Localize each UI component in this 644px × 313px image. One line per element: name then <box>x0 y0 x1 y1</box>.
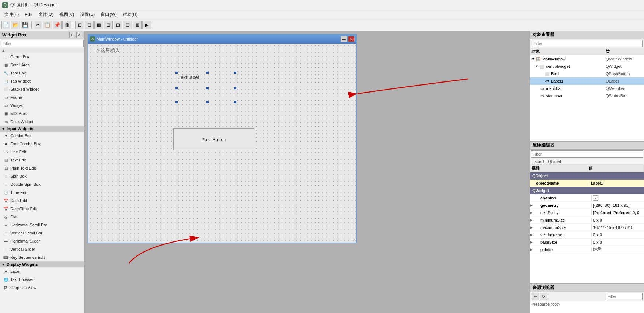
widget-label-doublespinbox: Double Spin Box <box>10 182 41 187</box>
text-label-container[interactable]: TextLabel <box>177 73 201 81</box>
widget-item-vscrollbar[interactable]: ↕ Vertical Scroll Bar <box>0 229 84 237</box>
vscrollbar-icon: ↕ <box>3 230 9 236</box>
handle-ml[interactable] <box>175 87 178 89</box>
widget-item-label[interactable]: A Label <box>0 267 84 275</box>
widget-item-mdiarea[interactable]: ▦ MDI Area <box>0 109 84 118</box>
section-input-widgets[interactable]: ▼ Input Widgets <box>0 126 84 132</box>
window-minimize[interactable]: — <box>341 36 347 42</box>
menu-settings[interactable]: 设置(S) <box>77 11 98 18</box>
prop-row-geometry[interactable]: ▶ geometry [(290, 80), 181 x 91] <box>530 202 644 209</box>
widget-item-textbrowser[interactable]: 🌐 Text Browser <box>0 275 84 284</box>
handle-bm[interactable] <box>206 101 209 103</box>
tree-type-mainwindow: QMainWindow <box>606 57 643 61</box>
widget-box-close[interactable]: ✕ <box>76 32 82 38</box>
toolbar-save[interactable]: 💾 <box>21 21 29 29</box>
widget-item-toolbox[interactable]: 🔧 Tool Box <box>0 69 84 77</box>
menu-edit[interactable]: Edit <box>22 11 35 18</box>
tree-row-statusbar[interactable]: ▭ statusbar QStatusBar <box>530 92 644 100</box>
tree-row-label1[interactable]: 🏷 Label1 QLabel <box>530 77 644 85</box>
handle-bl[interactable] <box>175 101 178 103</box>
prop-row-palette[interactable]: ▶ palette 继承 <box>530 246 644 253</box>
section-input-arrow: ▼ <box>1 127 5 131</box>
prop-row-sizeincrement[interactable]: ▶ sizeIncrement 0 x 0 <box>530 231 644 239</box>
toolbar-preview[interactable]: ▶ <box>142 21 151 29</box>
toolbar-layout4[interactable]: ⊡ <box>104 21 113 29</box>
toolbar-layout5[interactable]: ⊞ <box>114 21 122 29</box>
text-label-widget[interactable]: TextLabel <box>177 73 201 81</box>
prop-row-minimumsize[interactable]: ▶ minimumSize 0 x 0 <box>530 216 644 224</box>
widget-item-plaintextedit[interactable]: ▤ Plain Text Edit <box>0 164 84 172</box>
section-display-widgets[interactable]: ▼ Display Widgets <box>0 261 84 267</box>
widget-item-hscrollbar[interactable]: ↔ Horizontal Scroll Bar <box>0 221 84 229</box>
widget-item-dateedit[interactable]: 📅 Date Edit <box>0 197 84 205</box>
menu-view[interactable]: 视图(V) <box>56 11 77 18</box>
handle-tm[interactable] <box>206 72 209 74</box>
handle-tl[interactable] <box>175 72 178 74</box>
prop-row-objectname[interactable]: objectName Label1 <box>530 180 644 187</box>
widget-item-dial[interactable]: ◎ Dial <box>0 213 84 221</box>
handle-tr[interactable] <box>234 72 236 74</box>
toolbar-layout1[interactable]: ⊞ <box>75 21 84 29</box>
enabled-checkbox[interactable]: ✓ <box>593 195 598 201</box>
widget-item-graphicsview[interactable]: 🖼 Graphics View <box>0 284 84 292</box>
design-canvas[interactable]: 在这里输入 TextLabel <box>88 44 356 243</box>
prop-row-enabled[interactable]: enabled ✓ <box>530 194 644 202</box>
menu-file[interactable]: 文件(F) <box>1 11 22 18</box>
widget-item-timeedit[interactable]: 🕐 Time Edit <box>0 188 84 197</box>
toolbar-layout3[interactable]: ⊠ <box>94 21 103 29</box>
toolbar-open[interactable]: 📂 <box>11 21 20 29</box>
toolbar-paste[interactable]: 📌 <box>53 21 62 29</box>
widget-item-keyseqedit[interactable]: ⌨ Key Sequence Edit <box>0 253 84 261</box>
tree-row-menubar[interactable]: ▭ menubar QMenuBar <box>530 85 644 92</box>
menu-window[interactable]: 窗口(W) <box>98 11 119 18</box>
resource-edit-btn[interactable]: ✏ <box>532 293 539 300</box>
widget-item-frame[interactable]: ▭ Frame <box>0 93 84 101</box>
handle-br[interactable] <box>234 101 236 103</box>
widget-box-filter[interactable] <box>1 40 84 47</box>
prop-row-maximumsize[interactable]: ▶ maximumSize 16777215 x 16777215 <box>530 224 644 231</box>
widget-item-textedit[interactable]: ▤ Text Edit <box>0 156 84 164</box>
widget-item-vslider[interactable]: | Vertical Slider <box>0 245 84 253</box>
widget-item-widget[interactable]: ▭ Widget <box>0 101 84 109</box>
widget-item-lineedit[interactable]: ▭ Line Edit <box>0 148 84 156</box>
toolbar-layout2[interactable]: ⊟ <box>85 21 94 29</box>
dateedit-icon: 📅 <box>3 198 9 204</box>
toolbar-delete[interactable]: 🗑 <box>62 21 71 29</box>
resource-refresh-btn[interactable]: ↻ <box>540 293 547 300</box>
window-close[interactable]: ✕ <box>348 36 355 42</box>
widget-item-datetimeedit[interactable]: 📅 Date/Time Edit <box>0 205 84 213</box>
widget-item-hslider[interactable]: — Horizontal Slider <box>0 237 84 245</box>
property-filter[interactable] <box>531 150 643 158</box>
tree-row-mainwindow[interactable]: ▼ 🪟 MainWindow QMainWindow <box>530 55 644 63</box>
widget-item-combobox[interactable]: ▾ Combo Box <box>0 132 84 140</box>
widget-item-groupbox[interactable]: □ Group Box <box>0 53 84 61</box>
tree-icon-statusbar: ▭ <box>539 93 545 99</box>
menu-help[interactable]: 帮助(H) <box>120 11 141 18</box>
widget-item-dockwidget[interactable]: ▭ Dock Widget <box>0 118 84 126</box>
inspector-filter[interactable] <box>532 40 643 47</box>
toolbar-layout6[interactable]: ⊟ <box>123 21 132 29</box>
push-button-widget[interactable]: PushButton <box>173 128 254 150</box>
toolbar-new[interactable]: 📄 <box>1 21 10 29</box>
handle-mm[interactable] <box>206 87 209 89</box>
widget-box-undock[interactable]: ⊡ <box>69 32 75 38</box>
tree-row-btn1[interactable]: ⬜ Btn1 QPushButton <box>530 70 644 77</box>
toolbar-layout7[interactable]: ⊠ <box>133 21 142 29</box>
widget-item-fontcombobox[interactable]: A Font Combo Box <box>0 140 84 148</box>
widget-item-scrollarea[interactable]: ▦ Scroll Area <box>0 61 84 69</box>
tree-row-centralwidget[interactable]: ▼ ⬜ centralwidget QWidget <box>530 63 644 70</box>
handle-mr[interactable] <box>234 87 236 89</box>
toolbar-copy[interactable]: 📋 <box>43 21 52 29</box>
menu-form[interactable]: 窗体(O) <box>35 11 56 18</box>
prop-row-sizepolicy[interactable]: ▶ sizePolicy [Preferred, Preferred, 0, 0 <box>530 209 644 216</box>
widget-box-controls: ⊡ ✕ <box>69 32 82 38</box>
widget-item-tabwidget[interactable]: 📑 Tab Widget <box>0 77 84 85</box>
widget-item-spinbox[interactable]: ↕ Spin Box <box>0 172 84 180</box>
widget-item-doublespinbox[interactable]: ↕ Double Spin Box <box>0 180 84 188</box>
tree-type-centralwidget: QWidget <box>606 64 643 69</box>
widget-item-stacked[interactable]: ⬜ Stacked Widget <box>0 85 84 93</box>
prop-row-basesize[interactable]: ▶ baseSize 0 x 0 <box>530 239 644 246</box>
resource-filter[interactable] <box>606 293 643 300</box>
resize-handle[interactable]: ⊿ <box>352 238 355 242</box>
toolbar-cut[interactable]: ✂ <box>34 21 42 29</box>
